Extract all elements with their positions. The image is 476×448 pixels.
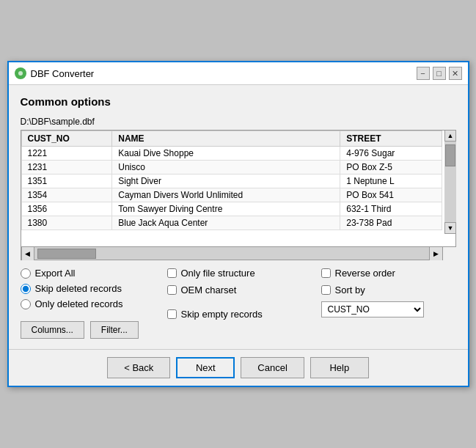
table-row: 1356Tom Sawyer Diving Centre632-1 Third <box>21 202 442 216</box>
sort-by-row: Sort by <box>321 284 456 295</box>
table-cell: PO Box Z-5 <box>340 161 442 175</box>
data-table: CUST_NO NAME STREET 1221Kauai Dive Shopp… <box>21 131 442 230</box>
radio-skip-deleted[interactable]: Skip deleted records <box>21 283 160 294</box>
checkbox-oem-charset-label: OEM charset <box>181 284 237 295</box>
table-cell: PO Box 541 <box>340 188 442 202</box>
radio-only-deleted[interactable]: Only deleted records <box>21 298 160 309</box>
file-path: D:\DBF\sample.dbf <box>21 117 456 127</box>
horiz-track[interactable] <box>34 247 429 260</box>
help-button[interactable]: Help <box>310 357 369 378</box>
checkbox-sort-by-input[interactable] <box>321 285 331 295</box>
cancel-button[interactable]: Cancel <box>241 357 304 378</box>
checkbox-sort-by-label: Sort by <box>335 284 365 295</box>
radio-only-deleted-input[interactable] <box>21 299 31 309</box>
checkbox-reverse-order-label: Reverse order <box>335 268 395 279</box>
next-button[interactable]: Next <box>176 357 235 378</box>
main-window: DBF Converter − □ ✕ Common options D:\DB… <box>7 61 469 387</box>
radio-only-deleted-label: Only deleted records <box>35 298 123 309</box>
title-bar: DBF Converter − □ ✕ <box>9 62 468 85</box>
table-cell: 1231 <box>21 161 112 175</box>
table-cell: Sight Diver <box>112 175 340 188</box>
table-cell: Kauai Dive Shoppe <box>112 147 340 161</box>
window-title: DBF Converter <box>31 68 95 79</box>
checkbox-group-mid: Only file structure OEM charset Skip emp… <box>167 268 321 339</box>
table-cell: 1351 <box>21 175 112 188</box>
radio-skip-deleted-label: Skip deleted records <box>35 283 122 294</box>
scroll-right-arrow[interactable]: ▶ <box>429 247 442 260</box>
radio-group: Export All Skip deleted records Only del… <box>21 268 160 309</box>
radio-skip-deleted-input[interactable] <box>21 284 31 294</box>
checkbox-reverse-order[interactable]: Reverse order <box>321 268 456 279</box>
data-table-container: CUST_NO NAME STREET 1221Kauai Dive Shopp… <box>21 130 456 247</box>
scroll-down-arrow[interactable]: ▼ <box>444 222 456 234</box>
table-cell: 1356 <box>21 202 112 216</box>
table-cell: 4-976 Sugar <box>340 147 442 161</box>
checkbox-oem-charset[interactable]: OEM charset <box>167 284 314 295</box>
columns-button[interactable]: Columns... <box>21 321 84 339</box>
svg-point-1 <box>18 71 23 76</box>
vertical-scrollbar[interactable]: ▲ ▼ <box>444 130 456 234</box>
content-area: Common options D:\DBF\sample.dbf CUST_NO… <box>9 85 468 349</box>
table-cell: Cayman Divers World Unlimited <box>112 188 340 202</box>
table-cell: 23-738 Pad <box>340 216 442 230</box>
checkbox-file-structure-input[interactable] <box>167 268 177 278</box>
table-cell: Blue Jack Aqua Center <box>112 216 340 230</box>
table-row: 1380Blue Jack Aqua Center23-738 Pad <box>21 216 442 230</box>
checkbox-skip-empty-input[interactable] <box>167 309 177 319</box>
section-title: Common options <box>21 95 456 108</box>
sort-select[interactable]: CUST_NONAMESTREET <box>321 301 424 317</box>
radio-export-all[interactable]: Export All <box>21 268 160 279</box>
col-header-street: STREET <box>340 131 442 147</box>
table-row: 1351Sight Diver1 Neptune L <box>21 175 442 188</box>
table-cell: 1221 <box>21 147 112 161</box>
back-button[interactable]: < Back <box>107 357 170 378</box>
checkbox-reverse-order-input[interactable] <box>321 268 331 278</box>
checkbox-skip-empty-label: Skip empty records <box>181 309 263 320</box>
close-button[interactable]: ✕ <box>449 67 462 80</box>
horiz-thumb[interactable] <box>37 249 96 259</box>
table-row: 1221Kauai Dive Shoppe4-976 Sugar <box>21 147 442 161</box>
scroll-thumb[interactable] <box>445 144 455 166</box>
table-cell: 1354 <box>21 188 112 202</box>
table-row: 1231UniscoPO Box Z-5 <box>21 161 442 175</box>
table-wrapper: CUST_NO NAME STREET 1221Kauai Dive Shopp… <box>21 130 456 247</box>
app-icon <box>15 67 26 79</box>
export-options-group: Export All Skip deleted records Only del… <box>21 268 167 339</box>
scroll-up-arrow[interactable]: ▲ <box>444 130 456 142</box>
minimize-button[interactable]: − <box>417 67 430 80</box>
table-scroll[interactable]: CUST_NO NAME STREET 1221Kauai Dive Shopp… <box>21 131 442 246</box>
radio-export-all-input[interactable] <box>21 268 31 279</box>
table-cell: Unisco <box>112 161 340 175</box>
footer: < Back Next Cancel Help <box>9 349 468 386</box>
checkbox-file-structure[interactable]: Only file structure <box>167 268 314 279</box>
filter-button[interactable]: Filter... <box>90 321 139 339</box>
checkbox-oem-charset-input[interactable] <box>167 285 177 295</box>
horizontal-scrollbar[interactable]: ◀ ▶ <box>21 247 443 260</box>
col-header-custno: CUST_NO <box>21 131 112 147</box>
radio-export-all-label: Export All <box>35 268 76 279</box>
table-row: 1354Cayman Divers World UnlimitedPO Box … <box>21 188 442 202</box>
options-area: Export All Skip deleted records Only del… <box>21 268 456 339</box>
scroll-track[interactable] <box>444 142 456 222</box>
scroll-left-arrow[interactable]: ◀ <box>21 247 34 260</box>
maximize-button[interactable]: □ <box>433 67 446 80</box>
table-cell: 1 Neptune L <box>340 175 442 188</box>
checkbox-skip-empty[interactable]: Skip empty records <box>167 309 314 320</box>
table-cell: 1380 <box>21 216 112 230</box>
checkbox-file-structure-label: Only file structure <box>181 268 255 279</box>
checkbox-group-right: Reverse order Sort by CUST_NONAMESTREET <box>321 268 456 339</box>
table-cell: Tom Sawyer Diving Centre <box>112 202 340 216</box>
table-cell: 632-1 Third <box>340 202 442 216</box>
action-buttons: Columns... Filter... <box>21 321 160 339</box>
checkbox-sort-by[interactable]: Sort by <box>321 284 365 295</box>
col-header-name: NAME <box>112 131 340 147</box>
